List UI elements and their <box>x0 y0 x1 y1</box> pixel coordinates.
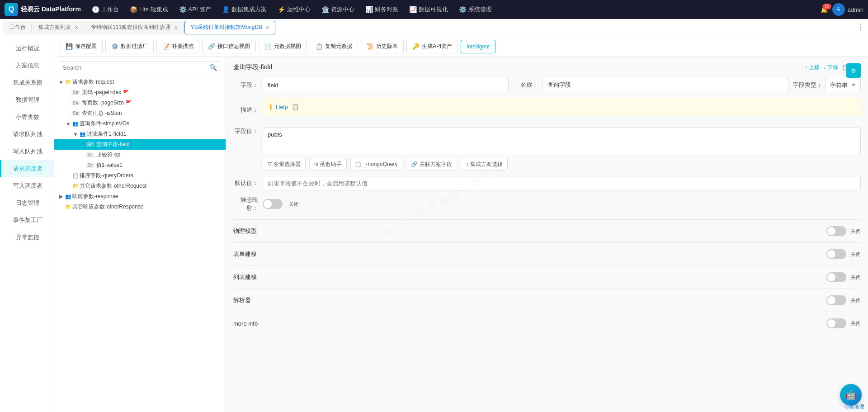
nav-visualization[interactable]: 📈 数据可视化 <box>405 0 453 19</box>
type-group: 字段类型： 字符串 整数 浮点数 布尔值 日期 <box>793 78 861 92</box>
sidebar-item-integration-map[interactable]: 集成关系图 <box>0 74 54 91</box>
physical-model-toggle[interactable] <box>826 226 846 236</box>
parser-toggle[interactable] <box>826 295 846 305</box>
nav-data-collect[interactable]: 👤 数据集成方案 <box>217 0 271 19</box>
sidebar-item-request-scheduler[interactable]: 请求调度者 <box>0 160 54 177</box>
search-box[interactable]: 🔍 <box>59 62 221 73</box>
chatbot-button[interactable]: 🤖 <box>840 384 862 406</box>
tree-node-query-field[interactable]: Str 查询字段-field <box>54 139 226 150</box>
sidebar-item-write-scheduler[interactable]: 写入调度者 <box>0 177 54 194</box>
arr-folder-icon: 👥 <box>71 121 80 127</box>
related-field-btn[interactable]: 🔗 关联方案字段 <box>406 158 457 170</box>
nav-worktable[interactable]: 🕐 工作台 <box>87 0 123 19</box>
app-logo[interactable]: Q 轻易云 DataPlatform <box>5 3 81 16</box>
default-value-input[interactable] <box>263 176 861 190</box>
tab-supply-close[interactable]: × <box>174 24 178 31</box>
mongo-query-btn[interactable]: ◯ _mongoQuery <box>350 158 402 170</box>
physical-model-controls: 关闭 <box>826 226 861 236</box>
sidebar-item-anomaly-monitor[interactable]: 异常监控 <box>0 229 54 246</box>
name-input[interactable] <box>542 78 788 92</box>
sidebar-data-mgmt-label: 数据管理 <box>16 96 39 103</box>
list-build-toggle[interactable] <box>826 272 846 282</box>
sidebar-item-log-mgmt[interactable]: 日志管理 <box>0 194 54 212</box>
supplement-button[interactable]: 📝 补漏措施 <box>156 40 199 53</box>
save-config-button[interactable]: 💾 保存配置 <box>60 40 103 53</box>
tree-node-page-size[interactable]: Str 每页数 -pageSize 🚩 <box>54 98 226 108</box>
admin-menu[interactable]: A admin <box>832 3 863 16</box>
sidebar-write-scheduler-label: 写入调度者 <box>13 182 42 189</box>
tree-node-value1[interactable]: Str 值1-value1 <box>54 160 226 170</box>
intelligent-button[interactable]: intelligent <box>461 40 495 53</box>
action-up[interactable]: ↑ 上移 <box>805 64 820 71</box>
tab-mongo[interactable]: YS采购订单对接帆软MongDB × <box>184 21 275 34</box>
tab-scheme-list[interactable]: 集成方案列表 × <box>33 21 84 34</box>
nav-lite[interactable]: 📦 Lite 轻集成 <box>125 0 173 19</box>
form-build-toggle[interactable] <box>826 249 846 259</box>
field-label: 字段： <box>233 81 258 89</box>
mi-toggle-text: 关闭 <box>851 320 861 327</box>
action-down[interactable]: ↓ 下移 <box>823 64 838 71</box>
tab-more-button[interactable]: ⋮ <box>857 23 864 32</box>
func-helper-btn[interactable]: fx 函数助手 <box>309 158 347 170</box>
data-filter-button[interactable]: ⚙️ 数据过滤厂 <box>105 40 154 53</box>
lb-toggle-text: 关闭 <box>851 274 861 281</box>
toggle-off-text: 关闭 <box>289 201 299 208</box>
tree-node-other-request[interactable]: 📁 其它请求参数-otherRequest <box>54 181 226 191</box>
interface-map-button[interactable]: 🔗 接口信息视图 <box>202 40 256 53</box>
tree-node-simple-vos[interactable]: ▼ 👥 查询条件-simpleVOs <box>54 118 226 129</box>
tree-node-compare-op[interactable]: Str 比较符-op <box>54 150 226 160</box>
meta-view-button[interactable]: 📄 元数据视图 <box>259 40 307 53</box>
gen-api-button[interactable]: 🔑 生成API资产 <box>406 40 458 53</box>
flag-icon-b: 🚩 <box>126 100 132 106</box>
tree-node-filter1[interactable]: ▼ 👥 过滤条件1-field1 <box>54 129 226 139</box>
copy-desc-icon[interactable]: 📋 <box>292 104 299 110</box>
variable-selector-btn[interactable]: ▽ 变量选择器 <box>263 158 306 170</box>
sidebar-item-event-factory[interactable]: 事件加工厂 <box>0 212 54 229</box>
nav-finance[interactable]: 📊 财务对账 <box>361 0 403 19</box>
func-icon: fx <box>314 161 318 167</box>
history-button[interactable]: 📜 历史版本 <box>361 40 404 53</box>
static-mapping-toggle[interactable] <box>263 199 283 209</box>
tab-supply[interactable]: 帝特物联111账套供应商到旺店通 × <box>85 21 184 34</box>
scheme-select-btn[interactable]: ↕ 集成方案选择 <box>461 158 508 170</box>
tree-node-query-orders[interactable]: 📋 排序字段-queryOrders <box>54 170 226 181</box>
tree-node-request-params[interactable]: ▼ 📁 请求参数-request <box>54 77 226 87</box>
tab-mongo-close[interactable]: × <box>266 24 269 31</box>
tree-node-response[interactable]: ▶ 👥 响应参数-response <box>54 191 226 202</box>
variable-icon: ▽ <box>268 161 272 167</box>
field-value-box[interactable]: pubts <box>263 127 861 154</box>
sidebar-event-factory-label: 事件加工厂 <box>13 217 42 223</box>
help-link[interactable]: Help <box>276 104 288 110</box>
static-mapping-row: 静态映射： 关闭 <box>233 196 861 212</box>
settings-gear[interactable]: ⚙ <box>846 63 861 78</box>
search-input[interactable] <box>63 64 209 71</box>
sidebar-item-run-overview[interactable]: 运行概况 <box>0 40 54 57</box>
tab-scheme-list-close[interactable]: × <box>75 24 78 31</box>
sidebar-item-data-mgmt[interactable]: 数据管理 <box>0 91 54 109</box>
node-label-value1: 值1-value1 <box>96 161 123 169</box>
nav-resource[interactable]: 🏦 资源中心 <box>317 0 359 19</box>
supplement-icon: 📝 <box>162 43 170 50</box>
down-icon: ↓ <box>823 64 826 71</box>
list-build-controls: 关闭 <box>826 272 861 282</box>
sidebar-item-write-queue[interactable]: 写入队列池 <box>0 143 54 160</box>
tree-node-other-response[interactable]: 📁 其它响应参数-otherResponse <box>54 202 226 212</box>
meta-view-icon: 📄 <box>264 43 272 50</box>
node-label-request-params: 请求参数-request <box>72 78 114 86</box>
notification-bell[interactable]: 🔔 10 <box>821 6 828 13</box>
section-physical-model: 物理模型 关闭 <box>233 219 861 242</box>
copy-meta-button[interactable]: 📋 复制元数据 <box>310 40 358 53</box>
nav-api[interactable]: ⚙️ API 资产 <box>175 0 216 19</box>
tree-node-is-sum[interactable]: Str 查询汇总 -isSum <box>54 108 226 118</box>
sidebar-item-scheme-info[interactable]: 方案信息 <box>0 57 54 74</box>
search-icon[interactable]: 🔍 <box>209 64 217 71</box>
type-select[interactable]: 字符串 整数 浮点数 布尔值 日期 <box>825 78 861 92</box>
nav-ops[interactable]: ⚡ 运维中心 <box>273 0 315 19</box>
sidebar-item-small-query[interactable]: 小青查数 <box>0 109 54 126</box>
sidebar-item-request-queue[interactable]: 请求队列池 <box>0 126 54 143</box>
field-input[interactable] <box>263 78 509 92</box>
nav-system[interactable]: ⚙️ 系统管理 <box>454 0 496 19</box>
tab-worktable[interactable]: 工作台 <box>4 21 32 34</box>
tree-node-page-index[interactable]: Str 页码 -pageIndex 🚩 <box>54 87 226 98</box>
more-info-toggle[interactable] <box>826 318 846 328</box>
